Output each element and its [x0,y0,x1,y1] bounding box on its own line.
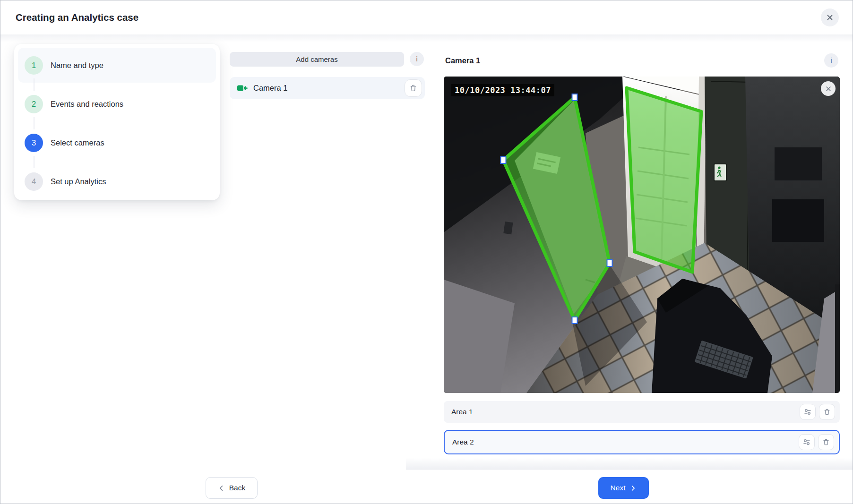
step-connector [34,78,34,91]
area-label: Area 1 [451,408,473,416]
step-number-badge: 3 [25,134,43,152]
area-settings-button[interactable] [800,404,816,420]
next-button-label: Next [611,484,626,492]
chevron-right-icon [629,485,637,492]
area-delete-button[interactable] [818,434,834,450]
analytics-case-dialog: Creating an Analytics case 1 Name and ty… [0,0,853,504]
area-label: Area 2 [452,438,474,446]
step-item-events-and-reactions[interactable]: 2 Events and reactions [18,86,216,121]
header-shadow [0,34,853,42]
step-item-select-cameras[interactable]: 3 Select cameras [18,125,216,160]
add-cameras-button[interactable]: Add cameras [230,52,404,67]
step-label: Events and reactions [51,100,123,109]
dialog-close-button[interactable] [821,9,839,26]
close-icon [826,14,834,21]
tune-icon [803,438,810,446]
trash-icon [409,84,417,92]
camera-preview-image: 10/10/2023 13:44:07 [444,77,840,393]
step-connector [34,117,34,129]
tune-icon [804,408,811,416]
area-settings-button[interactable] [799,434,815,450]
area-polygon[interactable] [503,97,610,320]
area-polygon[interactable] [627,88,701,272]
step-label: Select cameras [51,138,104,147]
step-label: Set up Analytics [51,177,106,186]
step-number-badge: 4 [25,172,43,191]
camera-osd-timestamp: 10/10/2023 13:44:07 [451,84,554,96]
scroll-fade [406,458,853,469]
video-camera-icon [237,85,248,92]
camera-list-item[interactable]: Camera 1 [230,77,425,99]
area-delete-button[interactable] [819,404,835,420]
area-handle[interactable] [572,94,577,101]
chevron-left-icon [218,485,225,492]
camera-name: Camera 1 [253,84,287,93]
area-handle[interactable] [501,157,506,163]
area-actions [800,404,835,420]
area-overlay-svg[interactable] [444,77,840,393]
preview-info-icon[interactable]: i [824,53,838,68]
step-item-name-and-type[interactable]: 1 Name and type [18,48,216,83]
preview-close-button[interactable] [821,81,836,96]
add-cameras-info-icon[interactable]: i [410,52,424,66]
area-actions [799,434,834,450]
preview-camera-title: Camera 1 [445,53,480,68]
step-label: Name and type [51,61,103,70]
dialog-header: Creating an Analytics case [0,0,853,34]
step-connector [34,156,34,168]
step-number-badge: 2 [25,95,43,113]
area-handle[interactable] [607,260,612,266]
close-icon [825,85,832,92]
remove-camera-button[interactable] [405,79,422,97]
trash-icon [822,438,830,446]
trash-icon [823,408,831,416]
back-button[interactable]: Back [206,477,258,499]
wizard-steps-card: 1 Name and type 2 Events and reactions 3… [14,44,220,200]
footer-divider [406,469,853,470]
step-item-set-up-analytics[interactable]: 4 Set up Analytics [18,164,216,199]
page-title: Creating an Analytics case [16,0,138,34]
back-button-label: Back [229,484,245,492]
area-row-2[interactable]: Area 2 [444,430,840,454]
area-handle[interactable] [572,317,577,324]
area-row-1[interactable]: Area 1 [444,401,840,423]
next-button[interactable]: Next [598,477,649,499]
step-number-badge: 1 [25,56,43,75]
